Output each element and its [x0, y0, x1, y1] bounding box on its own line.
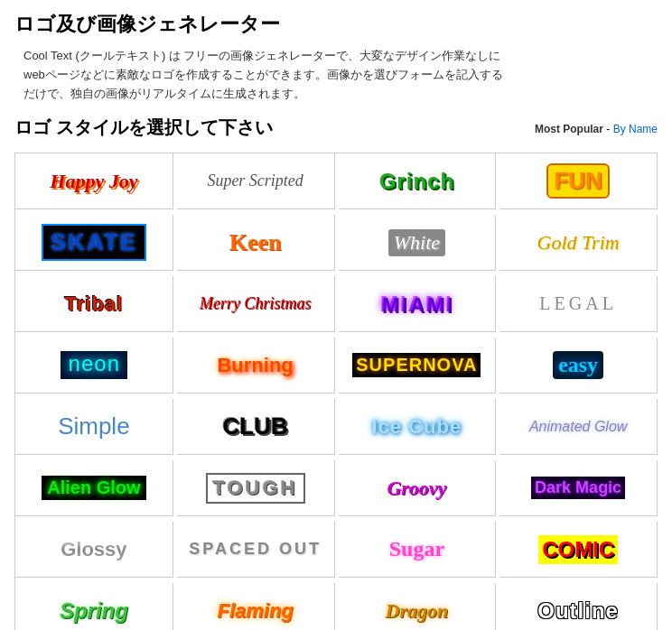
style-item-miami[interactable]: MIAMI	[339, 276, 497, 332]
style-item-animated-glow[interactable]: Animated Glow	[499, 399, 658, 455]
style-item-fun[interactable]: FUN	[499, 153, 658, 209]
style-item-grinch[interactable]: Grinch	[339, 153, 497, 209]
sort-bar: Most Popular - By Name	[535, 123, 658, 135]
style-item-super-scripted[interactable]: Super Scripted	[177, 153, 335, 209]
page-description: Cool Text (クールテキスト) は フリーの画像ジェネレーターで、大変な…	[14, 47, 658, 103]
sort-popular-label: Most Popular	[535, 123, 603, 135]
sort-by-name-link[interactable]: By Name	[613, 123, 658, 135]
style-label-ice-cube: Ice Cube	[372, 415, 462, 439]
style-label-keen: Keen	[229, 229, 282, 256]
style-label-simple: Simple	[58, 412, 129, 440]
style-item-legal[interactable]: LEGAL	[499, 276, 658, 332]
style-label-flaming: Flaming	[217, 599, 293, 623]
style-label-comic: COMIC	[538, 535, 618, 564]
style-label-grinch: Grinch	[379, 169, 454, 194]
style-item-supernova[interactable]: SUPERNOVA	[339, 338, 497, 394]
style-label-easy: easy	[553, 351, 603, 379]
style-label-happy-joy: Happy Joy	[50, 170, 137, 193]
style-label-super-scripted: Super Scripted	[207, 171, 303, 190]
styles-grid: Happy JoySuper ScriptedGrinchFUNSKATEKee…	[14, 153, 658, 630]
style-item-flaming[interactable]: Flaming	[177, 583, 335, 630]
style-label-glossy: Glossy	[61, 538, 126, 561]
style-item-outline[interactable]: Outline	[499, 583, 658, 630]
style-item-dragon[interactable]: Dragon	[339, 583, 497, 630]
style-item-skate[interactable]: SKATE	[15, 215, 173, 271]
style-item-white[interactable]: White	[339, 215, 497, 271]
style-label-miami: MIAMI	[380, 292, 453, 317]
style-label-fun: FUN	[546, 163, 609, 199]
style-item-alien-glow[interactable]: Alien Glow	[15, 460, 173, 516]
style-label-burning: Burning	[217, 354, 293, 377]
style-item-dark-magic[interactable]: Dark Magic	[499, 460, 658, 516]
style-label-dark-magic: Dark Magic	[531, 477, 625, 499]
style-item-groovy[interactable]: Groovy	[339, 460, 497, 516]
style-item-easy[interactable]: easy	[499, 338, 658, 394]
style-label-alien-glow: Alien Glow	[42, 476, 145, 500]
style-label-outline: Outline	[537, 598, 619, 624]
style-label-animated-glow: Animated Glow	[529, 419, 628, 435]
sort-separator: -	[606, 123, 612, 135]
page-title: ロゴ及び画像ジェネレーター	[14, 11, 658, 38]
style-label-spring: Spring	[60, 598, 128, 624]
section-title: ロゴ スタイルを選択して下さい	[14, 116, 273, 140]
style-item-spaced-out[interactable]: SPACED OUT	[177, 522, 335, 578]
style-label-tribal: Tribal	[65, 292, 124, 316]
style-item-comic[interactable]: COMIC	[499, 522, 658, 578]
style-item-neon[interactable]: neon	[15, 338, 173, 394]
style-item-ice-cube[interactable]: Ice Cube	[339, 399, 497, 455]
style-item-tribal[interactable]: Tribal	[15, 276, 173, 332]
style-item-spring[interactable]: Spring	[15, 583, 173, 630]
style-label-legal: LEGAL	[539, 293, 617, 314]
style-item-happy-joy[interactable]: Happy Joy	[15, 153, 173, 209]
style-item-merry-christmas[interactable]: Merry Christmas	[177, 276, 335, 332]
style-label-groovy: Groovy	[387, 477, 446, 500]
style-item-tough[interactable]: TOUGH	[177, 460, 335, 516]
style-label-club: CLUB	[223, 412, 288, 440]
style-label-sugar: Sugar	[389, 537, 444, 561]
style-item-gold-trim[interactable]: Gold Trim	[499, 215, 658, 271]
style-label-tough: TOUGH	[206, 473, 305, 504]
style-label-merry-christmas: Merry Christmas	[200, 294, 312, 313]
style-label-spaced-out: SPACED OUT	[189, 540, 322, 559]
style-item-glossy[interactable]: Glossy	[15, 522, 173, 578]
style-label-neon: neon	[61, 351, 127, 379]
style-label-dragon: Dragon	[386, 599, 449, 623]
style-label-white: White	[388, 229, 445, 256]
style-item-burning[interactable]: Burning	[177, 338, 335, 394]
style-item-club[interactable]: CLUB	[177, 399, 335, 455]
style-label-supernova: SUPERNOVA	[352, 353, 481, 377]
style-item-simple[interactable]: Simple	[15, 399, 173, 455]
style-label-skate: SKATE	[42, 224, 146, 261]
style-item-sugar[interactable]: Sugar	[339, 522, 497, 578]
style-label-gold-trim: Gold Trim	[537, 231, 620, 255]
style-item-keen[interactable]: Keen	[177, 215, 335, 271]
